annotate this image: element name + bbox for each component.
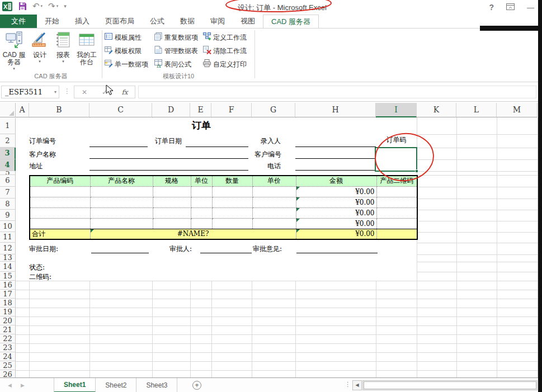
excel-app-icon[interactable]: X [2, 2, 12, 11]
row-header-15[interactable]: 15 [0, 272, 16, 281]
design-button[interactable]: 设计 ▾ [27, 30, 52, 79]
column-header-K[interactable]: K [417, 103, 456, 117]
row-header-23[interactable]: 23 [0, 343, 16, 352]
clear-workflow-button[interactable]: 清除工作流 [202, 44, 247, 58]
row-header-3[interactable]: 3 [0, 148, 16, 159]
formula-input[interactable] [138, 86, 536, 98]
total-name-error-cell[interactable]: #NAME? [90, 229, 296, 239]
row-header-7[interactable]: 7 [0, 187, 16, 199]
column-header-A[interactable]: A [16, 103, 29, 117]
row-header-26[interactable]: 26 [0, 370, 16, 377]
row-header-4[interactable]: 4 [0, 159, 16, 171]
order-table-cell[interactable] [90, 197, 153, 207]
amount-cell[interactable]: ¥0.00 [296, 207, 376, 218]
selected-cell[interactable] [375, 147, 417, 172]
amount-cell[interactable]: ¥0.00 [296, 186, 376, 197]
tab-review[interactable]: 审阅 [202, 15, 233, 28]
redo-button[interactable]: ↷▾ [48, 1, 58, 11]
hscroll-left-icon[interactable]: ◀ [352, 380, 362, 390]
row-header-1[interactable]: 1 [0, 118, 16, 134]
order-table-cell[interactable] [90, 186, 153, 197]
order-table-cell[interactable] [212, 186, 252, 197]
order-table-cell[interactable] [30, 218, 90, 229]
order-table-cell[interactable] [153, 186, 191, 197]
row-header-9[interactable]: 9 [0, 210, 16, 221]
order-table-cell[interactable] [212, 197, 252, 207]
row-header-6[interactable]: 6 [0, 175, 16, 187]
sheet-tab-sheet3[interactable]: Sheet3 [136, 378, 177, 392]
sheet-tab-sheet1[interactable]: Sheet1 [54, 378, 96, 392]
template-properties-button[interactable]: 模板属性 [104, 31, 148, 44]
row-header-19[interactable]: 19 [0, 308, 16, 317]
order-table-cell[interactable] [153, 218, 191, 229]
sheet-nav-left-icon[interactable]: ◀ [8, 382, 12, 388]
amount-cell[interactable]: ¥0.00 [296, 218, 376, 229]
total-qrcode-cell[interactable] [376, 229, 417, 239]
row-header-14[interactable]: 14 [0, 262, 16, 272]
column-header-F[interactable]: F [211, 103, 252, 117]
row-header-2[interactable]: 2 [0, 134, 16, 148]
column-header-M[interactable]: M [497, 103, 538, 117]
row-header-24[interactable]: 24 [0, 352, 16, 361]
template-permissions-button[interactable]: 模板权限 [104, 44, 148, 58]
order-table-cell[interactable] [376, 197, 417, 207]
order-table-cell[interactable] [191, 207, 212, 218]
order-table-cell[interactable] [376, 207, 417, 218]
select-all-corner[interactable] [0, 103, 16, 117]
row-header-16[interactable]: 16 [0, 281, 16, 290]
save-icon[interactable] [18, 2, 27, 11]
redo-dropdown-icon[interactable]: ▾ [56, 4, 59, 8]
single-data-item-button[interactable]: 单一数据项 [104, 58, 148, 71]
order-table-cell[interactable] [252, 197, 296, 207]
row-header-5[interactable]: 5 [0, 171, 16, 175]
row-header-21[interactable]: 21 [0, 325, 16, 334]
cad-server-button[interactable]: CAD 服务器 ▾ [2, 30, 26, 79]
name-box-dropdown-icon[interactable]: ▾ [54, 89, 56, 95]
tab-home[interactable]: 开始 [37, 15, 67, 28]
total-label-cell[interactable]: 合计 [30, 229, 90, 239]
column-header-D[interactable]: D [152, 103, 190, 117]
tab-cad-server[interactable]: CAD 服务器 [263, 15, 319, 28]
row-header-17[interactable]: 17 [0, 290, 16, 299]
repeat-data-item-button[interactable]: 重复数据项 [154, 31, 198, 44]
column-header-C[interactable]: C [89, 103, 152, 117]
ribbon-display-options-icon[interactable] [506, 2, 515, 12]
order-table-cell[interactable] [153, 207, 191, 218]
total-amount-cell[interactable]: ¥0.00 [296, 229, 376, 239]
column-header-E[interactable]: E [190, 103, 211, 117]
define-workflow-button[interactable]: 定义工作流 [202, 31, 247, 44]
order-table-cell[interactable] [30, 186, 90, 197]
order-table-cell[interactable] [191, 218, 212, 229]
order-table-cell[interactable] [376, 218, 417, 229]
cancel-icon[interactable]: ✕ [74, 86, 95, 98]
sheet-bar-resize-dots[interactable]: ⋮ [345, 381, 351, 388]
column-header-H[interactable]: H [295, 103, 376, 117]
column-header-I[interactable]: I [376, 103, 417, 117]
order-table-cell[interactable] [376, 186, 417, 197]
order-table-cell[interactable] [153, 197, 191, 207]
undo-button[interactable]: ↶▾ [32, 1, 43, 11]
order-table-cell[interactable] [30, 197, 90, 207]
amount-cell[interactable]: ¥0.00 [296, 197, 376, 207]
name-box[interactable]: _ESF3511 ▾ [1, 86, 59, 98]
row-header-10[interactable]: 10 [0, 221, 16, 232]
row-header-11[interactable]: 11 [0, 232, 16, 243]
order-table-cell[interactable] [252, 218, 296, 229]
row-header-25[interactable]: 25 [0, 361, 16, 370]
custom-print-button[interactable]: 自定义打印 [202, 58, 247, 71]
column-header-B[interactable]: B [29, 103, 89, 117]
my-workbench-button[interactable]: 我的工作台 [74, 30, 99, 79]
qat-customize-icon[interactable]: ▾ [64, 3, 67, 9]
column-header-L[interactable]: L [456, 103, 497, 117]
help-button[interactable]: ? [489, 3, 494, 12]
tab-file[interactable]: 文件 [0, 15, 37, 28]
worksheet[interactable]: ABCDEFGHIKLM 123456789101112131415161718… [0, 103, 539, 377]
order-table-cell[interactable] [191, 197, 212, 207]
tab-data[interactable]: 数据 [172, 15, 202, 28]
row-header-12[interactable]: 12 [0, 243, 16, 254]
undo-dropdown-icon[interactable]: ▾ [41, 4, 43, 8]
new-sheet-icon[interactable]: + [192, 381, 201, 390]
order-table-cell[interactable] [212, 207, 252, 218]
insert-function-icon[interactable]: fx [115, 86, 135, 98]
sheet-nav-right-icon[interactable]: ▶ [21, 382, 25, 388]
